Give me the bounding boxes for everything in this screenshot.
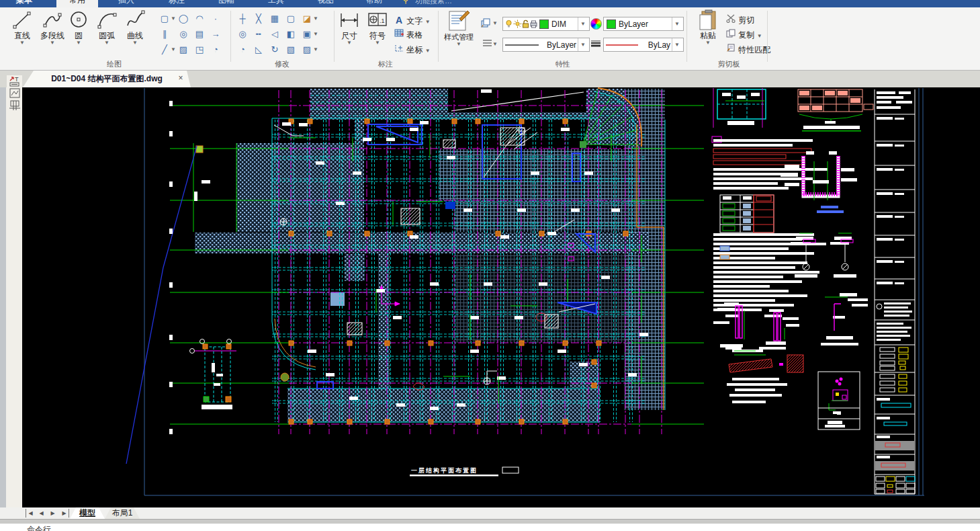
chevron-down-icon[interactable]: ▼: [93, 40, 120, 46]
paste-button[interactable]: 粘贴 ▼: [693, 9, 723, 46]
stretch-tool-icon[interactable]: ◧: [285, 28, 297, 40]
copy-button[interactable]: 复制 ▼: [725, 29, 762, 41]
chevron-down-icon[interactable]: ▼: [7, 40, 37, 46]
layer-select[interactable]: DIM ▼: [502, 17, 590, 31]
array-tool-icon[interactable]: ▦: [269, 13, 281, 25]
chevron-down-icon[interactable]: ▼: [492, 17, 498, 30]
chamfer-tool-icon[interactable]: ◺: [253, 44, 265, 56]
chevron-down-icon[interactable]: ▼: [313, 44, 318, 56]
break-tool-icon[interactable]: ◔: [236, 44, 249, 56]
next-layout-arrow[interactable]: ▶: [48, 509, 57, 518]
app-menu-button[interactable]: 菜单: [9, 0, 39, 7]
tab-tools[interactable]: 工具: [259, 0, 293, 7]
tab-annotate[interactable]: 标注: [160, 0, 193, 7]
close-icon[interactable]: ×: [176, 73, 185, 83]
text-button[interactable]: A 文字 ▼: [394, 14, 431, 26]
tab-home[interactable]: 常用: [56, 0, 98, 7]
offset-tool-icon[interactable]: ◎: [236, 28, 249, 40]
color-select[interactable]: ByLayer ▼: [603, 17, 684, 31]
linetype-select[interactable]: ByLayer ▼: [502, 38, 590, 52]
chevron-down-icon[interactable]: ▼: [364, 40, 391, 46]
chevron-down-icon[interactable]: ▼: [578, 17, 588, 30]
chevron-down-icon[interactable]: ▼: [492, 38, 498, 50]
tab-insert[interactable]: 插入: [109, 0, 143, 7]
layer-unlock-icon: [522, 19, 529, 28]
dimension-button[interactable]: 尺寸 ▼: [336, 9, 363, 46]
arc-button[interactable]: 圆弧 ▼: [93, 9, 120, 46]
command-line-panel[interactable]: 命令行: [0, 524, 980, 531]
chevron-down-icon[interactable]: ▼: [693, 40, 723, 46]
rectangle-tool-icon[interactable]: ▢: [159, 13, 171, 25]
mline-tool-icon[interactable]: ∥: [159, 28, 171, 40]
last-layout-arrow[interactable]: ▶: [60, 509, 69, 518]
table-button[interactable]: 表格: [394, 29, 422, 41]
lineweight-icon[interactable]: [590, 39, 602, 51]
region-tool-icon[interactable]: ▤: [193, 28, 206, 40]
viewport-window-icon[interactable]: [8, 87, 21, 99]
style-manager-button[interactable]: 样式管理 ▼: [441, 9, 477, 47]
scale-tool-icon[interactable]: ▧: [285, 44, 297, 56]
color-wheel-icon[interactable]: [590, 18, 602, 30]
ellipse-tool-icon[interactable]: ◯: [177, 13, 189, 25]
chevron-down-icon[interactable]: ▼: [757, 33, 762, 39]
tab-model[interactable]: 模型: [70, 507, 105, 519]
cut-scissors-icon: [725, 14, 736, 26]
tab-layout1[interactable]: 布局1: [105, 507, 140, 519]
symbol-button[interactable]: .1 符号 ▼: [364, 9, 391, 46]
move-tool-icon[interactable]: ┼: [236, 13, 249, 25]
chevron-down-icon[interactable]: ▼: [578, 38, 588, 51]
prev-layout-arrow[interactable]: ◀: [37, 509, 46, 518]
line-button[interactable]: 直线 ▼: [7, 9, 37, 46]
leader-tool-icon[interactable]: →: [210, 28, 222, 40]
properties-panel-label: 特性: [523, 60, 603, 69]
tab-view[interactable]: 视图: [309, 0, 343, 7]
chevron-down-icon[interactable]: ▼: [425, 48, 431, 54]
function-search-input[interactable]: 功能搜索…: [415, 0, 452, 7]
point-tool-icon[interactable]: ·: [210, 13, 222, 25]
wipeout-tool-icon[interactable]: ◔: [210, 44, 222, 56]
hatch-tool-icon[interactable]: ▨: [177, 44, 189, 56]
rotate-tool-icon[interactable]: ↻: [269, 44, 281, 56]
mirror-tool-icon[interactable]: ◁: [269, 28, 281, 40]
erase-tool-icon[interactable]: ◪: [301, 13, 313, 25]
chevron-down-icon[interactable]: ▼: [441, 42, 477, 47]
arc-segment-tool-icon[interactable]: ◠: [193, 13, 206, 25]
polyline-button[interactable]: 多段线 ▼: [38, 9, 67, 46]
match-properties-icon: [725, 44, 736, 56]
ray-tool-icon[interactable]: ╱: [159, 44, 171, 56]
coordinate-button[interactable]: 坐标 ▼: [394, 44, 431, 56]
chevron-down-icon[interactable]: ▼: [672, 38, 682, 51]
layer-translate-icon[interactable]: T: [8, 75, 21, 87]
first-layout-arrow[interactable]: ◀: [26, 509, 35, 518]
explode-tool-icon[interactable]: ▨: [301, 44, 313, 56]
chevron-down-icon[interactable]: ▼: [171, 13, 176, 25]
boundary-tool-icon[interactable]: ◳: [193, 44, 206, 56]
chevron-down-icon[interactable]: ▼: [313, 28, 318, 40]
chevron-down-icon[interactable]: ▼: [313, 13, 318, 25]
donut-tool-icon[interactable]: ◎: [177, 28, 189, 40]
extend-tool-icon[interactable]: ╍: [253, 28, 265, 40]
chevron-down-icon[interactable]: ▼: [425, 19, 431, 25]
chevron-down-icon[interactable]: ▼: [66, 40, 91, 46]
match-properties-button[interactable]: 特性匹配: [725, 44, 770, 56]
linetype-icon[interactable]: [481, 38, 493, 50]
chevron-down-icon[interactable]: ▼: [672, 17, 682, 30]
lineweight-select[interactable]: ByLay ▼: [603, 38, 684, 52]
document-tab[interactable]: D01~D04 结构平面布置图.dwg: [23, 71, 191, 87]
layer-states-icon[interactable]: [480, 17, 492, 30]
tab-help[interactable]: 帮助: [357, 0, 391, 7]
fillet-tool-icon[interactable]: ▣: [301, 28, 313, 40]
chevron-down-icon[interactable]: ▼: [38, 40, 67, 46]
tab-sheet[interactable]: 图幅: [210, 0, 243, 7]
chevron-down-icon[interactable]: ▼: [336, 40, 363, 46]
spline-button[interactable]: 曲线 ▼: [122, 9, 148, 46]
circle-button[interactable]: 圆 ▼: [66, 9, 91, 46]
cut-button[interactable]: 剪切: [725, 14, 754, 26]
chevron-down-icon[interactable]: ▼: [122, 40, 148, 46]
copy-tool-icon[interactable]: ▢: [285, 13, 297, 25]
chevron-down-icon[interactable]: ▼: [171, 44, 176, 56]
clipboard-panel-label: 剪切板: [695, 60, 762, 69]
grid-axis-icon[interactable]: [8, 99, 21, 112]
trim-tool-icon[interactable]: ╳: [253, 13, 265, 25]
cad-canvas[interactable]: 一层结构平面布置图: [22, 87, 980, 507]
